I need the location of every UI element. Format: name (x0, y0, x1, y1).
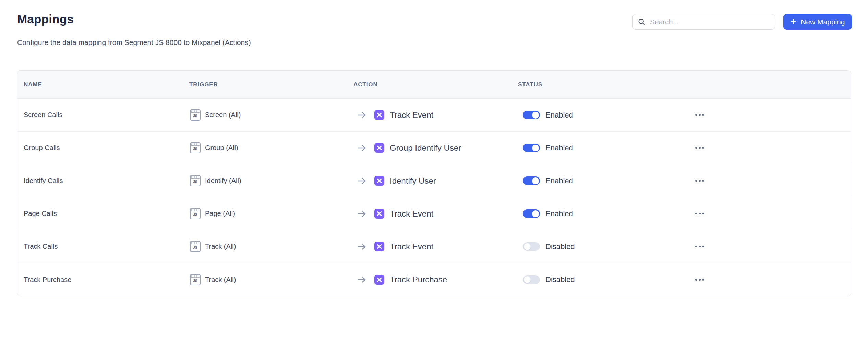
mixpanel-icon (374, 110, 384, 120)
mapping-action-cell: Track Event (353, 209, 518, 219)
arrow-right-icon (357, 243, 367, 251)
new-mapping-button[interactable]: + New Mapping (783, 14, 852, 30)
ellipsis-dot (699, 114, 701, 116)
status-toggle[interactable] (523, 111, 540, 119)
mapping-action-label: Group Identify User (390, 143, 461, 153)
mapping-status-cell: Enabled (518, 209, 681, 218)
table-row: Screen Calls JS Screen (All) Track Event (17, 99, 851, 132)
mapping-trigger-cell: JS Group (All) (189, 142, 353, 153)
mixpanel-icon (374, 209, 384, 219)
row-menu-button[interactable] (695, 178, 851, 184)
row-menu-cell (681, 145, 851, 151)
ellipsis-dot (695, 279, 697, 281)
row-menu-button[interactable] (695, 145, 851, 151)
ellipsis-dot (702, 213, 704, 215)
page-subtitle: Configure the data mapping from Segment … (17, 38, 251, 47)
mixpanel-icon (374, 242, 384, 251)
mixpanel-icon (374, 176, 384, 186)
segment-js-source-icon: JS (190, 208, 201, 219)
ellipsis-dot (699, 279, 701, 281)
ellipsis-dot (702, 114, 704, 116)
row-menu-cell (681, 178, 851, 184)
search-input[interactable] (650, 18, 775, 26)
row-menu-cell (681, 277, 851, 283)
toggle-knob (532, 112, 539, 119)
mapping-trigger-cell: JS Identify (All) (189, 175, 353, 186)
mapping-action-cell: Track Event (353, 242, 518, 251)
arrow-right-icon (357, 275, 367, 284)
segment-js-source-icon: JS (190, 274, 201, 285)
toggle-knob (532, 177, 539, 184)
status-label: Disabled (545, 275, 575, 284)
mapping-status-cell: Enabled (518, 144, 681, 152)
mapping-action-label: Track Event (390, 209, 433, 219)
row-menu-cell (681, 244, 851, 250)
row-menu-button[interactable] (695, 112, 851, 118)
toggle-knob (524, 243, 531, 250)
mapping-name: Track Calls (17, 243, 189, 250)
page-title: Mappings (17, 12, 74, 26)
table-row: Page Calls JS Page (All) Track Event (17, 197, 851, 230)
mappings-table: NAME TRIGGER ACTION STATUS Screen Calls … (17, 70, 851, 296)
ellipsis-dot (702, 147, 704, 149)
status-label: Enabled (545, 144, 573, 152)
window-bar (191, 275, 200, 278)
status-toggle[interactable] (523, 209, 540, 218)
new-mapping-label: New Mapping (801, 18, 845, 26)
mapping-action-cell: Track Purchase (353, 275, 518, 285)
search-icon (638, 18, 646, 26)
ellipsis-dot (702, 180, 704, 182)
row-menu-button[interactable] (695, 211, 851, 217)
row-menu-cell (681, 211, 851, 217)
js-icon-label: JS (191, 114, 200, 118)
mapping-status-cell: Enabled (518, 111, 681, 120)
mixpanel-icon (374, 143, 384, 153)
status-toggle[interactable] (523, 242, 540, 251)
mapping-action-cell: Identify User (353, 176, 518, 186)
mapping-name: Screen Calls (17, 111, 189, 119)
status-label: Enabled (545, 209, 573, 218)
mapping-action-cell: Group Identify User (353, 143, 518, 153)
mapping-trigger-cell: JS Track (All) (189, 274, 353, 285)
plus-icon: + (791, 16, 797, 27)
ellipsis-dot (695, 180, 697, 182)
mapping-trigger-label: Group (All) (205, 144, 238, 152)
mapping-trigger-label: Screen (All) (205, 111, 241, 119)
mapping-trigger-label: Page (All) (205, 210, 235, 218)
mapping-action-label: Track Purchase (390, 275, 447, 284)
status-toggle[interactable] (523, 144, 540, 152)
mapping-trigger-cell: JS Page (All) (189, 208, 353, 219)
window-bar (191, 242, 200, 244)
window-bar (191, 110, 200, 113)
mapping-status-cell: Disabled (518, 242, 681, 251)
table-body: Screen Calls JS Screen (All) Track Event (17, 99, 851, 296)
status-label: Disabled (545, 242, 575, 251)
status-toggle[interactable] (523, 275, 540, 284)
arrow-right-icon (357, 177, 367, 185)
ellipsis-dot (695, 147, 697, 149)
segment-js-source-icon: JS (190, 142, 201, 153)
row-menu-button[interactable] (695, 244, 851, 250)
toggle-knob (532, 145, 539, 151)
row-menu-cell (681, 112, 851, 118)
row-menu-button[interactable] (695, 277, 851, 283)
segment-js-source-icon: JS (190, 175, 201, 186)
mapping-action-label: Identify User (390, 176, 436, 186)
window-bar (191, 176, 200, 179)
arrow-right-icon (357, 111, 367, 119)
mapping-action-label: Track Event (390, 242, 433, 251)
mappings-page: Mappings Configure the data mapping from… (0, 0, 868, 344)
ellipsis-dot (695, 213, 697, 215)
toggle-knob (532, 210, 539, 217)
column-header-name: NAME (17, 81, 189, 88)
table-row: Track Purchase JS Track (All) Track Purc… (17, 263, 851, 296)
table-row: Group Calls JS Group (All) Group Identif… (17, 132, 851, 164)
table-row: Track Calls JS Track (All) Track Event (17, 230, 851, 263)
js-icon-label: JS (191, 180, 200, 184)
arrow-right-icon (357, 210, 367, 218)
js-icon-label: JS (191, 279, 200, 283)
js-icon-label: JS (191, 246, 200, 249)
search-box[interactable] (632, 14, 775, 30)
status-toggle[interactable] (523, 176, 540, 185)
ellipsis-dot (699, 147, 701, 149)
